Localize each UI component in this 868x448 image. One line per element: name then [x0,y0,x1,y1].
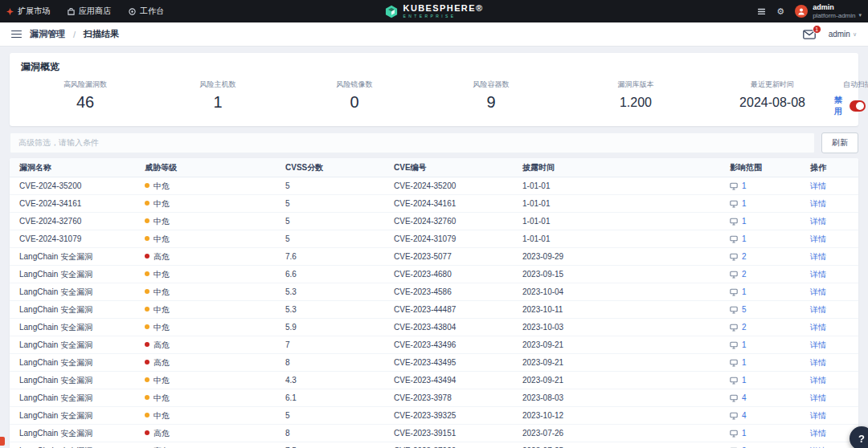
breadcrumb-separator: / [73,30,76,39]
impact-scope-count[interactable]: 1 [742,181,747,190]
impact-scope-count[interactable]: 2 [742,252,747,261]
detail-link[interactable]: 详情 [810,411,826,420]
detail-link[interactable]: 详情 [810,340,826,349]
page-user-menu[interactable]: admin ∨ [829,30,857,39]
impact-scope-count[interactable]: 1 [742,199,747,208]
detail-link[interactable]: 详情 [810,429,826,438]
app-store-icon [68,8,75,15]
impact-scope-cell: 1 [720,376,800,385]
col-cvss-score[interactable]: CVSS分数 [276,162,384,173]
severity-cell: 中危 [135,234,276,245]
vuln-name: LangChain 安全漏洞 [10,375,135,386]
impact-scope-count[interactable]: 1 [742,217,747,226]
disclosure-date: 2023-09-29 [513,252,720,261]
detail-link[interactable]: 详情 [810,181,826,190]
col-impact-scope[interactable]: 影响范围 [720,162,800,173]
detail-link[interactable]: 详情 [810,234,826,243]
detail-link[interactable]: 详情 [810,287,826,296]
impact-scope-count[interactable]: 1 [742,358,747,367]
host-icon [730,288,738,296]
autoscan-toggle[interactable] [850,100,866,112]
cvss-score: 6.1 [276,393,384,402]
nav-app-store[interactable]: 应用商店 [68,6,111,17]
table-row: CVE-2024-35200 中危 5 CVE-2024-35200 1-01-… [10,177,858,195]
detail-link[interactable]: 详情 [810,199,826,208]
col-threat-level[interactable]: 威胁等级 [135,162,276,173]
bottom-left-badge [0,437,5,446]
detail-link[interactable]: 详情 [810,376,826,385]
impact-scope-count[interactable]: 1 [742,234,747,243]
severity-label: 高危 [154,252,170,261]
host-icon [730,218,738,226]
disclosure-date: 2023-10-12 [513,411,720,420]
severity-cell: 高危 [135,428,276,439]
table-row: LangChain 安全漏洞 中危 5 CVE-2023-39325 2023-… [10,407,858,425]
host-icon [730,200,738,208]
severity-dot [145,342,149,347]
impact-scope-cell: 1 [720,340,800,349]
impact-scope-count[interactable]: 1 [742,340,747,349]
nav-workbench[interactable]: 工作台 [129,6,164,17]
breadcrumb-current: 扫描结果 [84,28,119,40]
help-button[interactable]: ? [850,426,868,448]
autoscan-disable-label[interactable]: 禁用 [833,95,844,117]
advanced-filter-input[interactable]: 高级筛选，请输入条件 [10,132,815,153]
impact-scope-count[interactable]: 5 [742,305,747,314]
detail-link[interactable]: 详情 [810,305,826,314]
logo-subtitle: ENTERPRISE [403,14,484,18]
detail-link[interactable]: 详情 [810,252,826,261]
actions-cell: 详情 [800,304,858,316]
global-topbar: 扩展市场 应用商店 工作台 KUBESPHERE® ENTERPRISE ⚙ [0,0,868,22]
severity-cell: 中危 [135,375,276,386]
nav-extension-market[interactable]: 扩展市场 [6,6,50,17]
breadcrumb-section[interactable]: 漏洞管理 [30,28,65,40]
severity-cell: 中危 [135,269,276,280]
detail-link[interactable]: 详情 [810,358,826,367]
vuln-name: CVE-2024-31079 [10,234,135,243]
detail-link[interactable]: 详情 [810,217,826,226]
impact-scope-count[interactable]: 1 [742,376,747,385]
grid-icon[interactable] [757,7,766,16]
disclosure-date: 2023-09-15 [513,270,720,279]
table-row: LangChain 安全漏洞 中危 5.9 CVE-2023-43804 202… [10,319,858,336]
detail-link[interactable]: 详情 [810,270,826,279]
cvss-score: 5 [276,234,384,243]
severity-dot [145,324,149,329]
severity-cell: 高危 [135,446,276,448]
cve-id: CVE-2023-43496 [384,340,513,349]
cve-id: CVE-2023-43495 [384,358,513,367]
impact-scope-count[interactable]: 2 [742,323,747,332]
disclosure-date: 1-01-01 [513,199,720,208]
impact-scope-count[interactable]: 1 [742,429,747,438]
menu-icon[interactable] [11,31,22,39]
actions-cell: 详情 [800,269,858,280]
topbar-right: ⚙ admin platform-admin ▾ [757,3,862,19]
cvss-score: 4.3 [276,376,384,385]
actions-cell: 详情 [800,234,858,245]
impact-scope-count[interactable]: 4 [742,393,747,402]
impact-scope-count[interactable]: 2 [742,270,747,279]
col-cve-id[interactable]: CVE编号 [384,162,513,173]
severity-dot [145,254,149,259]
gear-icon[interactable]: ⚙ [776,7,784,16]
impact-scope-count[interactable]: 4 [742,411,747,420]
detail-link[interactable]: 详情 [810,323,826,332]
vuln-name: LangChain 安全漏洞 [10,340,135,351]
impact-scope-count[interactable]: 1 [742,287,747,296]
severity-label: 中危 [154,234,170,243]
detail-link[interactable]: 详情 [810,393,826,402]
stat-last-update: 最近更新时间 2024-08-08 [712,79,833,117]
nav-label: 应用商店 [79,6,111,17]
col-disclosure-date[interactable]: 披露时间 [513,162,720,173]
actions-cell: 详情 [800,322,858,333]
impact-scope-cell: 1 [720,181,800,190]
cvss-score: 7.6 [276,252,384,261]
refresh-button[interactable]: 刷新 [821,132,858,153]
severity-dot [145,183,149,188]
user-menu[interactable]: admin platform-admin ▾ [795,3,862,19]
disclosure-date: 2023-07-26 [513,429,720,438]
severity-cell: 中危 [135,304,276,316]
autoscan-label: 自动扫描 [833,79,868,90]
col-vuln-name[interactable]: 漏洞名称 [10,162,135,173]
notifications-button[interactable]: 1 [803,30,816,39]
